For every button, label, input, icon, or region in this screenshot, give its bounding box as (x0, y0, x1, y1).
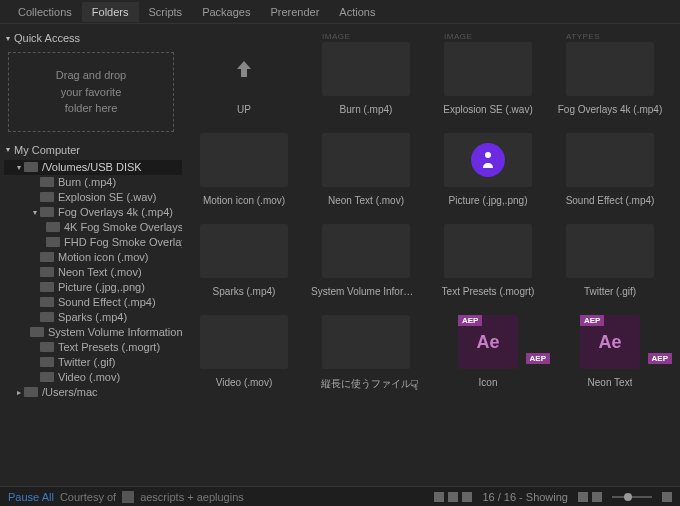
folder-thumb (200, 315, 288, 369)
grid-item-label: Neon Text (.mov) (328, 195, 404, 206)
item-count: 16 / 16 - Showing (482, 491, 568, 503)
dropzone[interactable]: Drag and drop your favorite folder here (8, 52, 174, 132)
grid-item-label: Icon (479, 377, 498, 388)
tree-item[interactable]: Picture (.jpg,.png) (4, 280, 182, 295)
tree-item[interactable]: System Volume Information (4, 325, 182, 340)
folder-icon (40, 177, 54, 187)
up-icon[interactable] (200, 42, 288, 96)
layout-c-button[interactable] (662, 492, 672, 502)
layout-a-button[interactable] (578, 492, 588, 502)
grid-item[interactable]: System Volume Information (308, 224, 424, 297)
main: ▾ Quick Access Drag and drop your favori… (0, 24, 680, 486)
thumb-tag: ATYPES (566, 32, 600, 41)
tree-item-label: Text Presets (.mogrt) (58, 341, 160, 353)
grid-item-label: System Volume Information (311, 286, 421, 297)
expand-icon[interactable]: ▾ (30, 208, 40, 217)
tab-prerender[interactable]: Prerender (260, 2, 329, 22)
courtesy-label: Courtesy of (60, 491, 116, 503)
tree-item-label: Sound Effect (.mp4) (58, 296, 156, 308)
tree-item[interactable]: Sound Effect (.mp4) (4, 295, 182, 310)
content: UPIMAGEBurn (.mp4)IMAGEExplosion SE (.wa… (182, 24, 680, 486)
aep-tab: AEP (580, 315, 604, 326)
grid-item[interactable]: 縦長に使うファイル (308, 315, 424, 391)
folder-thumb: IMAGE (444, 42, 532, 96)
tab-scripts[interactable]: Scripts (139, 2, 193, 22)
my-computer-header[interactable]: ▾ My Computer (0, 140, 182, 160)
grid: UPIMAGEBurn (.mp4)IMAGEExplosion SE (.wa… (186, 42, 668, 391)
tab-collections[interactable]: Collections (8, 2, 82, 22)
grid-item[interactable]: Neon Text (.mov) (308, 133, 424, 206)
layout-b-button[interactable] (592, 492, 602, 502)
view-grid-button[interactable] (434, 492, 444, 502)
footer-right: 16 / 16 - Showing (434, 491, 672, 503)
aep-badge: AEP (648, 353, 672, 364)
brand-label: aescripts + aeplugins (140, 491, 244, 503)
grid-item-label: Burn (.mp4) (340, 104, 393, 115)
tab-actions[interactable]: Actions (329, 2, 385, 22)
grid-item-label: Motion icon (.mov) (203, 195, 285, 206)
sidebar: ▾ Quick Access Drag and drop your favori… (0, 24, 182, 486)
tab-packages[interactable]: Packages (192, 2, 260, 22)
tree-item-label: Burn (.mp4) (58, 176, 116, 188)
folder-thumb: IMAGE (322, 42, 410, 96)
aep-file-icon: AeAEP (580, 315, 640, 369)
grid-item[interactable]: Picture (.jpg,.png) (430, 133, 546, 206)
grid-item[interactable]: Twitter (.gif) (552, 224, 668, 297)
grid-item-label: Picture (.jpg,.png) (449, 195, 528, 206)
tree-item[interactable]: Text Presets (.mogrt) (4, 340, 182, 355)
pause-all-link[interactable]: Pause All (8, 491, 54, 503)
tree-user[interactable]: ▸ /Users/mac (4, 385, 182, 400)
grid-item[interactable]: Text Presets (.mogrt) (430, 224, 546, 297)
folder-thumb (566, 133, 654, 187)
folder-icon (46, 222, 60, 232)
folder-thumb (200, 224, 288, 278)
footer-left: Pause All Courtesy of aescripts + aeplug… (8, 491, 244, 503)
grid-item[interactable]: Video (.mov) (186, 315, 302, 391)
tree-item[interactable]: 4K Fog Smoke Overlays (.mp4) (4, 220, 182, 235)
tree-item[interactable]: Motion icon (.mov) (4, 250, 182, 265)
folder-thumb (444, 224, 532, 278)
view-list-button[interactable] (448, 492, 458, 502)
tree-item-label: Picture (.jpg,.png) (58, 281, 145, 293)
grid-item-label: Explosion SE (.wav) (443, 104, 532, 115)
view-buttons (434, 492, 472, 502)
grid-item[interactable]: IMAGEExplosion SE (.wav) (430, 42, 546, 115)
tree-item[interactable]: FHD Fog Smoke Overlays (.mp (4, 235, 182, 250)
tree-item[interactable]: Explosion SE (.wav) (4, 190, 182, 205)
expand-icon[interactable]: ▸ (14, 388, 24, 397)
tree-item[interactable]: Sparks (.mp4) (4, 310, 182, 325)
tree-item[interactable]: Video (.mov) (4, 370, 182, 385)
grid-item[interactable]: IMAGEBurn (.mp4) (308, 42, 424, 115)
tree-item-label: FHD Fog Smoke Overlays (.mp (64, 236, 182, 248)
tree-root-label: /Volumes/USB DISK (42, 161, 142, 173)
tab-folders[interactable]: Folders (82, 2, 139, 22)
grid-item[interactable]: Motion icon (.mov) (186, 133, 302, 206)
view-thumb-button[interactable] (462, 492, 472, 502)
folder-thumb (322, 133, 410, 187)
expand-icon[interactable]: ▾ (14, 163, 24, 172)
folder-icon (40, 297, 54, 307)
grid-item[interactable]: Sound Effect (.mp4) (552, 133, 668, 206)
tree-root[interactable]: ▾ /Volumes/USB DISK (4, 160, 182, 175)
grid-item[interactable]: ATYPESFog Overlays 4k (.mp4) (552, 42, 668, 115)
zoom-slider[interactable] (612, 496, 652, 498)
tree-item[interactable]: ▾Fog Overlays 4k (.mp4) (4, 205, 182, 220)
tree-item[interactable]: Burn (.mp4) (4, 175, 182, 190)
tree-item[interactable]: Twitter (.gif) (4, 355, 182, 370)
folder-thumb (322, 315, 410, 369)
thumb-tag: IMAGE (322, 32, 350, 41)
tree-item[interactable]: Neon Text (.mov) (4, 265, 182, 280)
folder-thumb: ATYPES (566, 42, 654, 96)
grid-item[interactable]: Sparks (.mp4) (186, 224, 302, 297)
folder-thumb (200, 133, 288, 187)
grid-item[interactable]: UP (186, 42, 302, 115)
tree-item-label: Neon Text (.mov) (58, 266, 142, 278)
quick-access-header[interactable]: ▾ Quick Access (0, 28, 182, 48)
disk-icon (24, 162, 38, 172)
picture-thumb (444, 133, 532, 187)
folder-icon (40, 342, 54, 352)
drop-line-2: your favorite (17, 84, 165, 101)
grid-item[interactable]: AeAEPIconAEP☟ (430, 315, 546, 391)
grid-item[interactable]: AeAEPNeon TextAEP (552, 315, 668, 391)
folder-icon (40, 267, 54, 277)
